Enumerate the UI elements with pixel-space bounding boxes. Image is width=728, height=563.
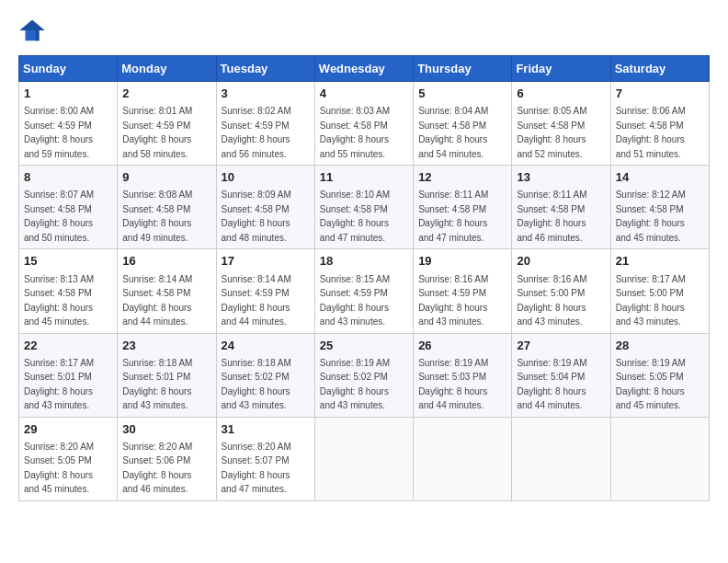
page: SundayMondayTuesdayWednesdayThursdayFrid…: [0, 0, 728, 511]
table-row: 18Sunrise: 8:15 AM Sunset: 4:59 PM Dayli…: [314, 249, 413, 333]
table-row: 25Sunrise: 8:19 AM Sunset: 5:02 PM Dayli…: [314, 333, 413, 417]
col-header-sunday: Sunday: [19, 56, 118, 82]
table-row: 31Sunrise: 8:20 AM Sunset: 5:07 PM Dayli…: [216, 417, 314, 500]
table-row: 13Sunrise: 8:11 AM Sunset: 4:58 PM Dayli…: [512, 166, 610, 249]
table-row: 9Sunrise: 8:08 AM Sunset: 4:58 PM Daylig…: [118, 166, 216, 249]
table-row: 24Sunrise: 8:18 AM Sunset: 5:02 PM Dayli…: [216, 333, 314, 417]
calendar-table: SundayMondayTuesdayWednesdayThursdayFrid…: [18, 55, 710, 501]
table-row: 11Sunrise: 8:10 AM Sunset: 4:58 PM Dayli…: [314, 166, 413, 249]
table-row: 3Sunrise: 8:02 AM Sunset: 4:59 PM Daylig…: [216, 82, 314, 166]
table-row: 8Sunrise: 8:07 AM Sunset: 4:58 PM Daylig…: [19, 166, 118, 249]
table-row: 4Sunrise: 8:03 AM Sunset: 4:58 PM Daylig…: [314, 82, 413, 166]
table-row: [314, 417, 413, 500]
col-header-wednesday: Wednesday: [314, 56, 413, 82]
table-row: 14Sunrise: 8:12 AM Sunset: 4:58 PM Dayli…: [610, 166, 709, 249]
table-row: 29Sunrise: 8:20 AM Sunset: 5:05 PM Dayli…: [19, 417, 118, 500]
table-row: 1Sunrise: 8:00 AM Sunset: 4:59 PM Daylig…: [19, 82, 118, 166]
header: [18, 17, 710, 44]
col-header-friday: Friday: [512, 56, 610, 82]
table-row: 16Sunrise: 8:14 AM Sunset: 4:58 PM Dayli…: [118, 249, 216, 333]
logo: [18, 17, 50, 44]
table-row: 30Sunrise: 8:20 AM Sunset: 5:06 PM Dayli…: [118, 417, 216, 500]
table-row: 28Sunrise: 8:19 AM Sunset: 5:05 PM Dayli…: [610, 333, 709, 417]
table-row: 21Sunrise: 8:17 AM Sunset: 5:00 PM Dayli…: [610, 249, 709, 333]
table-row: 20Sunrise: 8:16 AM Sunset: 5:00 PM Dayli…: [512, 249, 610, 333]
table-row: 12Sunrise: 8:11 AM Sunset: 4:58 PM Dayli…: [414, 166, 512, 249]
table-row: 19Sunrise: 8:16 AM Sunset: 4:59 PM Dayli…: [414, 249, 512, 333]
table-row: 7Sunrise: 8:06 AM Sunset: 4:58 PM Daylig…: [610, 82, 709, 166]
table-row: [512, 417, 610, 500]
table-row: 27Sunrise: 8:19 AM Sunset: 5:04 PM Dayli…: [512, 333, 610, 417]
col-header-monday: Monday: [118, 56, 216, 82]
table-row: 22Sunrise: 8:17 AM Sunset: 5:01 PM Dayli…: [19, 333, 118, 417]
table-row: 26Sunrise: 8:19 AM Sunset: 5:03 PM Dayli…: [414, 333, 512, 417]
table-row: 17Sunrise: 8:14 AM Sunset: 4:59 PM Dayli…: [216, 249, 314, 333]
col-header-tuesday: Tuesday: [216, 56, 314, 82]
table-row: [610, 417, 709, 500]
table-row: 15Sunrise: 8:13 AM Sunset: 4:58 PM Dayli…: [19, 249, 118, 333]
table-row: 6Sunrise: 8:05 AM Sunset: 4:58 PM Daylig…: [512, 82, 610, 166]
col-header-saturday: Saturday: [610, 56, 709, 82]
logo-icon: [18, 17, 46, 44]
table-row: 5Sunrise: 8:04 AM Sunset: 4:58 PM Daylig…: [414, 82, 512, 166]
table-row: 2Sunrise: 8:01 AM Sunset: 4:59 PM Daylig…: [118, 82, 216, 166]
col-header-thursday: Thursday: [414, 56, 512, 82]
table-row: 23Sunrise: 8:18 AM Sunset: 5:01 PM Dayli…: [118, 333, 216, 417]
table-row: 10Sunrise: 8:09 AM Sunset: 4:58 PM Dayli…: [216, 166, 314, 249]
table-row: [414, 417, 512, 500]
